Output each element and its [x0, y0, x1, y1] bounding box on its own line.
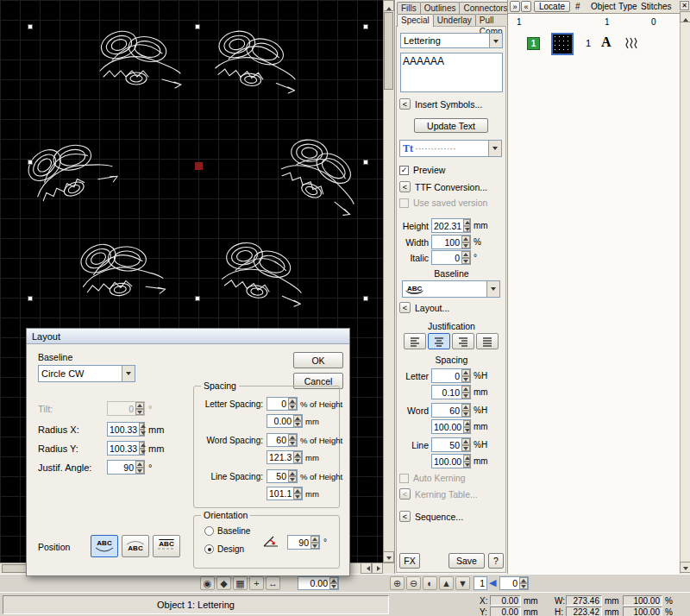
line-spacing-mm-input[interactable]: 101.1 — [267, 487, 303, 500]
tilt-spinner[interactable] — [135, 402, 144, 415]
letter-spacing-spinner[interactable] — [288, 398, 297, 410]
lettering-mode-select[interactable]: Lettering — [400, 33, 503, 48]
insert-symbols-button[interactable]: Insert Symbols... — [415, 99, 482, 110]
stitch-position-spinner[interactable] — [519, 577, 528, 589]
justify-full-button[interactable] — [476, 333, 499, 349]
word-spacing-spinner[interactable] — [288, 434, 297, 446]
justif-angle-input[interactable]: 90 — [107, 460, 145, 475]
step-down-icon[interactable]: ▼ — [455, 576, 470, 590]
chevron-down-icon[interactable] — [486, 281, 499, 297]
word-mm-spinner[interactable] — [463, 420, 470, 433]
radius-y-spinner[interactable] — [139, 442, 144, 455]
zoom-out-icon[interactable]: ⊖ — [406, 576, 421, 590]
radius-x-spinner[interactable] — [139, 423, 144, 436]
zoom-in-icon[interactable]: ⊕ — [390, 576, 405, 590]
sequence-button[interactable]: Sequence... — [415, 512, 463, 522]
tilt-input[interactable]: 0 — [107, 401, 145, 416]
tab-connectors[interactable]: Connectors — [459, 2, 511, 14]
length-spinner[interactable] — [329, 577, 338, 589]
justify-left-button[interactable] — [404, 333, 426, 349]
letter-input[interactable]: 0 — [431, 368, 471, 383]
object-row[interactable]: 1 1 A — [508, 29, 680, 59]
use-saved-checkbox[interactable] — [399, 198, 409, 208]
scroll-up-icon[interactable] — [383, 0, 394, 11]
tab-fills[interactable]: Fills — [397, 2, 421, 14]
line-input[interactable]: 50 — [431, 437, 471, 452]
locate-button[interactable]: Locate — [534, 1, 570, 12]
embroidery-motif[interactable] — [273, 128, 373, 217]
chevron-left-icon[interactable]: < — [399, 511, 411, 522]
preview-checkbox[interactable]: ✓ — [399, 166, 409, 175]
help-button[interactable]: ? — [488, 553, 504, 569]
lettering-text-input[interactable]: AAAAAA — [400, 53, 503, 92]
selection-handle[interactable] — [363, 24, 368, 29]
selection-handle[interactable] — [195, 296, 200, 301]
color-icon[interactable]: ◆ — [216, 576, 231, 590]
word-input[interactable]: 60 — [431, 403, 471, 418]
vertical-scroll-thumb[interactable] — [384, 12, 393, 90]
add-icon[interactable]: + — [249, 576, 264, 590]
dialog-titlebar[interactable]: Layout — [27, 329, 349, 344]
width-spinner[interactable] — [461, 236, 470, 248]
measure-icon[interactable]: ↔ — [266, 576, 280, 590]
tab-special[interactable]: Special — [397, 14, 434, 27]
embroidery-motif[interactable] — [211, 24, 300, 93]
font-select[interactable]: Tt ············· — [399, 140, 502, 157]
letter-spacing-input[interactable]: 0 — [267, 397, 298, 411]
object-list-scrollbar[interactable] — [680, 11, 690, 574]
chevron-left-icon[interactable]: < — [399, 98, 411, 110]
letter-mm-spinner[interactable] — [461, 386, 470, 399]
selection-handle[interactable] — [28, 24, 33, 29]
needle-count-field[interactable]: 1 — [474, 576, 487, 590]
save-button[interactable]: Save — [448, 553, 485, 569]
selection-handle[interactable] — [363, 296, 368, 301]
justif-angle-spinner[interactable] — [135, 461, 144, 474]
close-icon[interactable]: ✕ — [680, 1, 689, 10]
justify-right-button[interactable] — [452, 333, 474, 349]
line-spacing-spinner[interactable] — [288, 470, 297, 482]
scroll-right-icon[interactable] — [372, 563, 383, 574]
italic-input[interactable]: 0 — [431, 250, 471, 265]
chevron-down-icon[interactable] — [488, 141, 501, 156]
object-thumbnail[interactable] — [551, 33, 574, 55]
scroll-down-icon[interactable] — [680, 562, 690, 573]
height-spinner[interactable] — [463, 219, 470, 232]
width-input[interactable]: 100 — [431, 235, 471, 249]
word-spinner[interactable] — [461, 404, 470, 417]
line-mm-input[interactable]: 100.00 — [431, 454, 471, 468]
chevron-left-icon[interactable]: < — [399, 488, 411, 500]
step-up-icon[interactable]: ▲ — [439, 576, 454, 590]
collapse-left-icon[interactable]: « — [521, 1, 531, 12]
word-spacing-mm-input[interactable]: 121.3 — [267, 450, 303, 464]
scroll-up-icon[interactable] — [680, 11, 690, 22]
baseline-select[interactable]: ABC — [402, 280, 500, 298]
scroll-left-icon[interactable] — [361, 563, 372, 574]
embroidery-motif[interactable] — [97, 27, 181, 88]
tab-outlines[interactable]: Outlines — [420, 2, 461, 14]
embroidery-motif[interactable] — [18, 123, 119, 213]
collapse-right-icon[interactable]: » — [510, 1, 520, 12]
line-spacing-mm-spinner[interactable] — [293, 487, 302, 500]
position-start-button[interactable]: ABC — [91, 535, 118, 557]
thread-color-badge[interactable]: 1 — [527, 37, 540, 50]
canvas-vertical-scrollbar[interactable] — [383, 0, 394, 563]
radius-y-input[interactable]: 100.33 — [107, 441, 145, 456]
word-spacing-mm-spinner[interactable] — [293, 451, 302, 463]
orientation-design-radio[interactable] — [204, 544, 214, 554]
tab-pull-comp[interactable]: Pull Comp — [475, 14, 508, 26]
stitch-position-input[interactable]: 0 — [499, 576, 529, 590]
chevron-left-icon[interactable]: < — [399, 302, 411, 313]
update-text-button[interactable]: Update Text — [414, 118, 488, 133]
orientation-angle-input[interactable]: 90 — [287, 535, 320, 550]
layout-button[interactable]: Layout... — [415, 303, 449, 313]
ok-button[interactable]: OK — [293, 352, 343, 368]
dlg-baseline-select[interactable]: Circle CW — [38, 365, 135, 382]
selection-handle[interactable] — [195, 24, 200, 29]
contrast-icon[interactable]: ◐ — [423, 576, 437, 590]
embroidery-motif[interactable] — [75, 232, 166, 305]
orientation-angle-spinner[interactable] — [310, 536, 319, 549]
word-mm-input[interactable]: 100.00 — [431, 419, 471, 434]
word-spacing-input[interactable]: 60 — [267, 433, 298, 447]
fx-button[interactable]: FX — [399, 553, 420, 569]
orientation-baseline-radio[interactable] — [204, 526, 214, 536]
